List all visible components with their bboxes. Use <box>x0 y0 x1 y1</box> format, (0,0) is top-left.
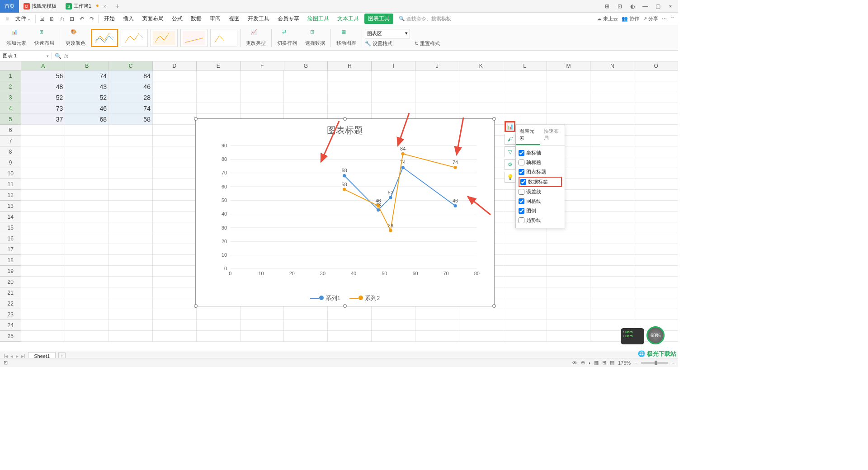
cell[interactable] <box>634 277 678 287</box>
cell[interactable] <box>65 190 109 201</box>
popup-opt-图表标题[interactable]: 图表标题 <box>519 167 562 177</box>
chart-plot[interactable]: 0102030405060708090010203040506070806843… <box>214 141 485 277</box>
cell[interactable] <box>634 309 678 320</box>
chart-style-icon[interactable]: 🖌 <box>505 134 515 145</box>
cell[interactable] <box>241 320 284 331</box>
cell[interactable] <box>65 212 109 222</box>
menu-draw[interactable]: 绘图工具 <box>305 13 332 24</box>
reset-style-button[interactable]: ↻ 重置样式 <box>415 40 440 47</box>
cell[interactable] <box>109 168 153 179</box>
col-header-L[interactable]: L <box>503 61 547 70</box>
chart-filter-icon[interactable]: ▽ <box>505 146 515 157</box>
cell[interactable] <box>634 92 678 103</box>
cell[interactable] <box>153 190 197 201</box>
cell[interactable] <box>153 81 197 92</box>
cell[interactable] <box>547 244 591 255</box>
cell[interactable] <box>241 81 284 92</box>
cell[interactable]: 46 <box>65 103 109 114</box>
cell[interactable] <box>21 233 65 244</box>
cell[interactable] <box>21 212 65 222</box>
cell[interactable] <box>241 103 284 114</box>
cell[interactable] <box>415 320 459 331</box>
cell[interactable] <box>109 201 153 212</box>
cell[interactable] <box>109 331 153 342</box>
cell[interactable] <box>372 92 415 103</box>
cell[interactable] <box>634 103 678 114</box>
cell[interactable] <box>21 146 65 157</box>
cell[interactable] <box>590 81 634 92</box>
set-format-button[interactable]: 🔧 设置格式 <box>365 40 410 47</box>
cell[interactable] <box>634 136 678 146</box>
cell[interactable] <box>65 331 109 342</box>
cell[interactable] <box>503 233 547 244</box>
cell[interactable] <box>109 244 153 255</box>
cell[interactable] <box>65 136 109 146</box>
cell[interactable] <box>590 114 634 125</box>
cell[interactable] <box>109 190 153 201</box>
cell[interactable]: 46 <box>109 81 153 92</box>
cell[interactable]: 84 <box>109 70 153 81</box>
col-header-D[interactable]: D <box>153 61 197 70</box>
cell[interactable] <box>590 157 634 168</box>
cell[interactable] <box>547 320 591 331</box>
cell[interactable] <box>109 125 153 136</box>
menu-text[interactable]: 文本工具 <box>335 13 362 24</box>
row-header[interactable]: 18 <box>0 255 21 266</box>
cell[interactable]: 48 <box>21 81 65 92</box>
cell[interactable] <box>372 81 415 92</box>
cloud-status[interactable]: ☁ 未上云 <box>597 15 618 22</box>
cell[interactable] <box>634 201 678 212</box>
share-button[interactable]: ↗ 分享 <box>643 15 658 22</box>
cell[interactable] <box>153 168 197 179</box>
row-header[interactable]: 25 <box>0 331 21 342</box>
tab-new[interactable]: + <box>111 0 124 13</box>
cell[interactable] <box>65 277 109 287</box>
cell[interactable] <box>590 168 634 179</box>
cell[interactable] <box>65 222 109 233</box>
style-thumb-5[interactable] <box>210 29 237 47</box>
cell[interactable] <box>590 287 634 298</box>
cell[interactable] <box>503 266 547 277</box>
cell[interactable] <box>65 309 109 320</box>
cell[interactable] <box>153 244 197 255</box>
cell[interactable] <box>590 70 634 81</box>
resize-handle[interactable] <box>194 117 198 121</box>
cell[interactable] <box>634 212 678 222</box>
cell[interactable] <box>503 244 547 255</box>
cell[interactable] <box>21 190 65 201</box>
cell[interactable] <box>634 146 678 157</box>
row-header[interactable]: 2 <box>0 81 21 92</box>
user-icon[interactable]: ◐ <box>628 3 637 9</box>
cell[interactable] <box>153 298 197 309</box>
cell[interactable] <box>153 136 197 146</box>
popup-tab-elements[interactable]: 图表元素 <box>516 125 540 145</box>
cell[interactable]: 56 <box>21 70 65 81</box>
menu-icon[interactable]: ≡ <box>4 15 11 23</box>
cell[interactable] <box>65 287 109 298</box>
cell[interactable] <box>21 331 65 342</box>
popup-opt-误差线[interactable]: 误差线 <box>519 187 562 197</box>
cell[interactable] <box>241 70 284 81</box>
menu-charttools[interactable]: 图表工具 <box>364 14 393 24</box>
expand-icon[interactable]: ⌃ <box>670 16 675 22</box>
menu-vip[interactable]: 会员专享 <box>275 13 302 24</box>
cell[interactable] <box>459 103 503 114</box>
cell[interactable] <box>21 277 65 287</box>
row-header[interactable]: 1 <box>0 70 21 81</box>
cell[interactable] <box>634 114 678 125</box>
cell[interactable] <box>153 320 197 331</box>
resize-handle[interactable] <box>194 304 198 308</box>
cell[interactable] <box>590 255 634 266</box>
cell[interactable] <box>21 179 65 190</box>
cell[interactable] <box>65 168 109 179</box>
cell[interactable] <box>503 320 547 331</box>
fx-icon[interactable]: 🔍 <box>55 53 61 59</box>
cell[interactable] <box>284 320 328 331</box>
cell[interactable] <box>459 331 503 342</box>
view-normal-icon[interactable]: ▦ <box>594 360 599 366</box>
cell[interactable] <box>590 244 634 255</box>
row-header[interactable]: 6 <box>0 125 21 136</box>
add-element-button[interactable]: 📊添加元素 <box>4 28 29 47</box>
cell[interactable] <box>634 179 678 190</box>
cell[interactable] <box>109 277 153 287</box>
